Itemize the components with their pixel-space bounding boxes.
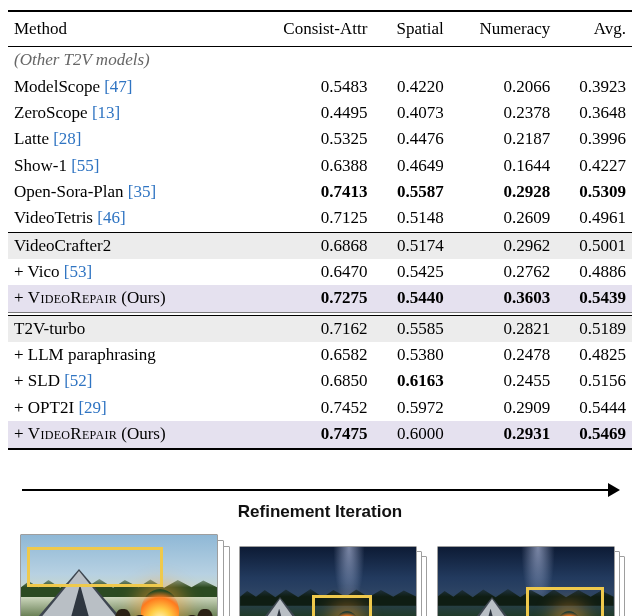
col-method: Method (8, 11, 250, 47)
method-name: ModelScope (14, 77, 100, 96)
cite: [46] (97, 208, 125, 227)
ca: 0.5325 (250, 126, 374, 152)
nu: 0.2378 (450, 100, 557, 126)
method-cell: VideoTetris [46] (8, 205, 250, 232)
sp: 0.6000 (373, 421, 449, 448)
col-spatial: Spatial (373, 11, 449, 47)
nu: 0.1644 (450, 153, 557, 179)
ca: 0.6868 (250, 232, 374, 259)
ca: 0.7475 (250, 421, 374, 448)
av: 0.3648 (556, 100, 632, 126)
av: 0.4886 (556, 259, 632, 285)
av: 0.5156 (556, 368, 632, 394)
method-cell: + VideoRepair (Ours) (8, 285, 250, 312)
ca: 0.7413 (250, 179, 374, 205)
sp: 0.5174 (373, 232, 449, 259)
nu: 0.2478 (450, 342, 557, 368)
ca: 0.6582 (250, 342, 374, 368)
sp: 0.5587 (373, 179, 449, 205)
ca: 0.5483 (250, 74, 374, 100)
method-cell: + OPT2I [29] (8, 395, 250, 421)
nu: 0.2187 (450, 126, 557, 152)
nu: 0.3603 (450, 285, 557, 312)
av: 0.5439 (556, 285, 632, 312)
table-row-ours: + VideoRepair (Ours) 0.7475 0.6000 0.293… (8, 421, 632, 448)
cite: [52] (64, 371, 92, 390)
cite: [13] (92, 103, 120, 122)
method-cell: Latte [28] (8, 126, 250, 152)
frame-image (20, 534, 218, 617)
ca: 0.7452 (250, 395, 374, 421)
method-cell: + Vico [53] (8, 259, 250, 285)
arrow-icon (20, 478, 620, 500)
nu: 0.2928 (450, 179, 557, 205)
section-other-label: (Other T2V models) (8, 47, 632, 74)
method-cell: + SLD [52] (8, 368, 250, 394)
ca: 0.7125 (250, 205, 374, 232)
av: 0.5189 (556, 315, 632, 342)
nu: 0.2609 (450, 205, 557, 232)
nu: 0.2821 (450, 315, 557, 342)
table-row: Show-1 [55] 0.6388 0.4649 0.1644 0.4227 (8, 153, 632, 179)
method-cell: Open-Sora-Plan [35] (8, 179, 250, 205)
table-row: + SLD [52] 0.6850 0.6163 0.2455 0.5156 (8, 368, 632, 394)
method-name: VideoRepair (28, 288, 117, 307)
method-cell: VideoCrafter2 (8, 232, 250, 259)
av: 0.3996 (556, 126, 632, 152)
sp: 0.5425 (373, 259, 449, 285)
av: 0.4961 (556, 205, 632, 232)
table-row: Open-Sora-Plan [35] 0.7413 0.5587 0.2928… (8, 179, 632, 205)
ca: 0.6850 (250, 368, 374, 394)
method-name: Show-1 (14, 156, 67, 175)
frame-image (437, 546, 615, 617)
method-cell: ZeroScope [13] (8, 100, 250, 126)
table-row-ours: + VideoRepair (Ours) 0.7275 0.5440 0.360… (8, 285, 632, 312)
nu: 0.2455 (450, 368, 557, 394)
method-name: VideoTetris (14, 208, 93, 227)
ca: 0.6388 (250, 153, 374, 179)
method-name: Open-Sora-Plan (14, 182, 124, 201)
av: 0.4227 (556, 153, 632, 179)
method-name: VideoRepair (28, 424, 117, 443)
nu: 0.2962 (450, 232, 557, 259)
sp: 0.4220 (373, 74, 449, 100)
nu: 0.2909 (450, 395, 557, 421)
frame-stack (20, 534, 225, 617)
nu: 0.2066 (450, 74, 557, 100)
col-consist-attr: Consist-Attr (250, 11, 374, 47)
sp: 0.4073 (373, 100, 449, 126)
col-avg: Avg. (556, 11, 632, 47)
table-row: Latte [28] 0.5325 0.4476 0.2187 0.3996 (8, 126, 632, 152)
table-row: ModelScope [47] 0.5483 0.4220 0.2066 0.3… (8, 74, 632, 100)
av: 0.4825 (556, 342, 632, 368)
method-cell: Show-1 [55] (8, 153, 250, 179)
table-row: ZeroScope [13] 0.4495 0.4073 0.2378 0.36… (8, 100, 632, 126)
section-other-label-row: (Other T2V models) (8, 47, 632, 74)
method-cell: ModelScope [47] (8, 74, 250, 100)
sp: 0.5148 (373, 205, 449, 232)
ca: 0.7275 (250, 285, 374, 312)
method-name: + SLD (14, 371, 60, 390)
av: 0.5309 (556, 179, 632, 205)
ca: 0.6470 (250, 259, 374, 285)
sp: 0.5440 (373, 285, 449, 312)
cite: [53] (64, 262, 92, 281)
nu: 0.2931 (450, 421, 557, 448)
results-table: Method Consist-Attr Spatial Numeracy Avg… (8, 10, 632, 450)
frame-stack (239, 546, 422, 617)
sp: 0.5972 (373, 395, 449, 421)
page-root: Method Consist-Attr Spatial Numeracy Avg… (0, 0, 640, 616)
ca: 0.4495 (250, 100, 374, 126)
cite: [35] (128, 182, 156, 201)
table-row: + Vico [53] 0.6470 0.5425 0.2762 0.4886 (8, 259, 632, 285)
col-numeracy: Numeracy (450, 11, 557, 47)
frame-stack (437, 546, 620, 617)
av: 0.5001 (556, 232, 632, 259)
sp: 0.4649 (373, 153, 449, 179)
cite: [47] (104, 77, 132, 96)
cite: [29] (78, 398, 106, 417)
av: 0.5444 (556, 395, 632, 421)
nu: 0.2762 (450, 259, 557, 285)
sp: 0.6163 (373, 368, 449, 394)
av: 0.5469 (556, 421, 632, 448)
